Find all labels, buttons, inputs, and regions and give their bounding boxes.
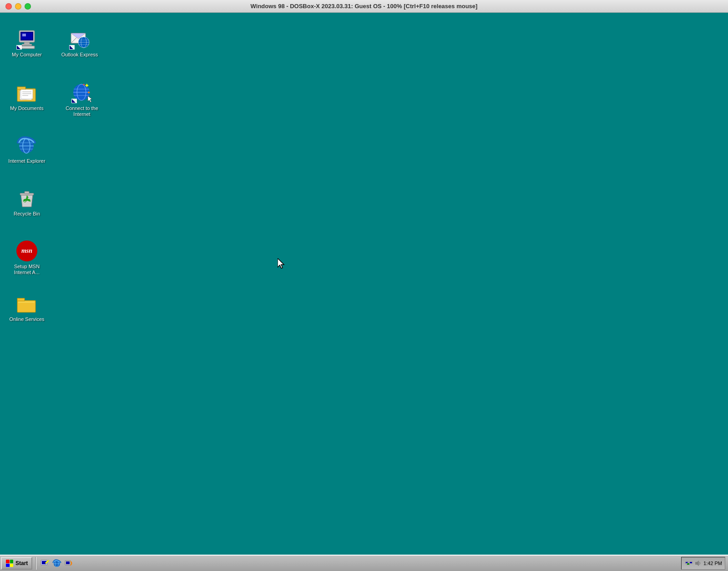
setup-msn-label: Setup MSN Internet A...: [8, 264, 46, 275]
desktop-icon-online-services[interactable]: Online Services: [6, 291, 47, 324]
svg-rect-54: [41, 566, 48, 566]
system-tray-panel: 1:42 PM: [681, 557, 725, 570]
taskbar-divider-1: [35, 557, 36, 570]
windows-logo-icon: [5, 559, 14, 567]
start-button[interactable]: Start: [1, 557, 32, 570]
desktop-icon-setup-msn[interactable]: msn Setup MSN Internet A...: [6, 238, 47, 277]
mac-window-controls: [5, 3, 31, 10]
online-services-icon: [16, 293, 38, 315]
system-clock: 1:42 PM: [703, 561, 722, 566]
svg-text:✦: ✦: [87, 90, 91, 95]
start-label: Start: [15, 560, 28, 566]
ie-quick-icon[interactable]: [51, 558, 62, 569]
desktop-icon-my-computer[interactable]: My Computer: [6, 26, 47, 60]
my-computer-icon: [16, 28, 38, 50]
svg-rect-5: [22, 44, 32, 45]
my-documents-label: My Documents: [10, 105, 43, 111]
svg-rect-23: [17, 87, 25, 90]
quick-launch-bar: [40, 558, 74, 569]
svg-rect-49: [17, 298, 25, 301]
setup-msn-icon: msn: [16, 240, 38, 262]
mac-titlebar: Windows 98 - DOSBox-X 2023.03.31: Guest …: [0, 0, 728, 13]
maximize-button[interactable]: [25, 3, 31, 10]
svg-rect-60: [66, 561, 70, 564]
svg-rect-47: [25, 191, 29, 194]
svg-rect-7: [20, 46, 34, 48]
svg-rect-26: [21, 90, 33, 99]
svg-marker-67: [695, 561, 699, 566]
svg-marker-51: [278, 258, 284, 268]
desktop-icon-connect-internet[interactable]: ✦ ✦ ✦ Connect to the Internet: [59, 80, 105, 119]
win98-desktop: My Computer Outlook Express: [0, 13, 728, 571]
desktop-icon-recycle-bin[interactable]: Recycle Bin: [6, 185, 47, 219]
online-services-label: Online Services: [9, 316, 44, 322]
internet-explorer-icon: [16, 135, 38, 156]
outlook-express-label: Outlook Express: [61, 52, 98, 58]
mouse-cursor: [278, 258, 287, 267]
taskbar: Start: [0, 555, 728, 571]
connect-internet-label: Connect to the Internet: [61, 105, 103, 117]
svg-rect-66: [687, 563, 689, 565]
system-tray: 1:42 PM: [681, 557, 727, 570]
recycle-bin-icon: [16, 187, 38, 209]
svg-rect-64: [690, 562, 692, 563]
desktop-icon-outlook-express[interactable]: Outlook Express: [59, 26, 100, 60]
svg-rect-50: [18, 301, 35, 303]
internet-explorer-label: Internet Explorer: [8, 158, 45, 164]
close-button[interactable]: [5, 3, 12, 10]
svg-marker-38: [88, 96, 92, 102]
desktop-icon-internet-explorer[interactable]: Internet Explorer: [6, 133, 47, 166]
speaker-icon: [694, 560, 702, 567]
my-documents-icon: [16, 82, 38, 104]
channels-quick-icon[interactable]: [63, 558, 74, 569]
svg-rect-3: [22, 34, 26, 36]
minimize-button[interactable]: [15, 3, 21, 10]
show-desktop-icon[interactable]: [40, 558, 51, 569]
network-icon: [684, 559, 693, 568]
svg-text:✦: ✦: [82, 83, 86, 87]
svg-rect-4: [24, 42, 30, 44]
my-computer-label: My Computer: [12, 52, 42, 58]
desktop-icon-my-documents[interactable]: My Documents: [6, 80, 47, 113]
connect-internet-icon: ✦ ✦ ✦: [71, 82, 93, 104]
outlook-express-icon: [69, 28, 91, 50]
recycle-bin-label: Recycle Bin: [14, 211, 40, 217]
window-title: Windows 98 - DOSBox-X 2023.03.31: Guest …: [251, 3, 478, 10]
